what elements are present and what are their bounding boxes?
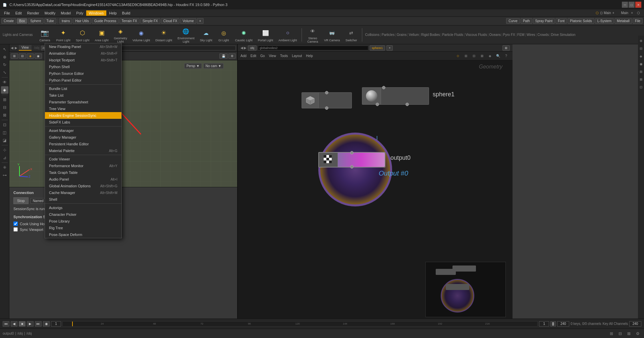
dropdown-audio-panel[interactable]: Audio Panel Alt+I [45,176,121,183]
go-end-btn[interactable]: ⏭ [35,321,42,327]
terrain-fx-btn[interactable]: Terrain FX [119,18,140,24]
ne-icon5[interactable]: ◈ [486,52,494,60]
realtime-btn[interactable]: ◉ [43,321,50,327]
ne-icon7[interactable]: ? [502,52,510,60]
range-start-input[interactable] [539,321,549,327]
dropdown-python-source-editor[interactable]: Python Source Editor [45,70,121,77]
dropdown-tree-view[interactable]: Tree View [45,105,121,112]
dropdown-autorigs[interactable]: Autorigs [45,204,121,211]
ne-add-menu[interactable]: Add [240,54,247,58]
point-light-tool[interactable]: ✦ Point Light [54,27,73,43]
ne-settings-btn[interactable]: ⊞ [502,45,510,51]
menu-render[interactable]: Render [24,10,42,16]
ne-icon3[interactable]: ⊟ [470,52,478,60]
volume-light-tool[interactable]: ◉ Volume Light [130,27,152,43]
menu-help[interactable]: Help [106,10,119,16]
node-canvas[interactable]: Geometry [238,60,513,321]
trains-btn[interactable]: trains [59,18,72,24]
ambient-light-tool[interactable]: ○ Ambient Light [276,27,299,43]
back-btn[interactable]: ◀ [11,46,13,50]
no-cam-btn[interactable]: No cam ▼ [203,63,224,69]
menu-modify[interactable]: Modify [42,10,58,16]
ne-icon6[interactable]: 🔍 [494,52,502,60]
dropdown-rig-tree[interactable]: Rig Tree [45,225,121,231]
hair-utils-btn[interactable]: Hair Utils [73,18,91,24]
dropdown-python-shell[interactable]: Python Shell [45,63,121,70]
sculpt-icon[interactable]: ◫ [1,129,8,136]
dropdown-asset-manager[interactable]: Asset Manager [45,127,121,134]
dropdown-houdini-engine-sessionsync[interactable]: Houdini Engine SessionSync [45,112,121,119]
path-btn[interactable]: Path [521,18,532,24]
sync-viewport-checkbox[interactable] [13,227,18,232]
select-icon[interactable]: ↖ [1,46,8,53]
range-end-input[interactable] [557,321,569,327]
dropdown-pose-library[interactable]: Pose Library [45,218,121,225]
dropdown-shell[interactable]: Shell [45,196,121,203]
dropdown-cache-manager[interactable]: Cache Manager Alt+Shift+M [45,189,121,196]
vp-settings-btn[interactable]: ⚙ [228,53,236,59]
cloud-fx-btn[interactable]: Cloud FX [161,18,180,24]
maximize-button[interactable]: □ [629,2,635,8]
scale-icon[interactable]: ⤡ [1,69,8,76]
spot-light-tool[interactable]: ⬡ Spot Light [74,27,92,43]
view-icon[interactable]: 👁 [1,79,8,86]
vp-r-icon3[interactable]: ◈ [637,52,644,60]
output-node-input-port[interactable] [350,151,354,154]
sphere-node-output-port-r[interactable] [406,103,409,106]
desktop-add-icon[interactable]: + [612,11,614,15]
ne-back-btn[interactable]: ◀ [240,46,243,50]
view-active-icon[interactable]: ◈ [1,86,8,94]
caustic-light-tool[interactable]: ✺ Caustic Light [233,27,255,43]
ne-edit-menu[interactable]: Edit [251,54,256,58]
go-start-btn[interactable]: ⏮ [3,321,9,327]
key-all-channels[interactable]: Key All Channels [602,322,628,326]
ne-icon2[interactable]: ⊞ [462,52,470,60]
main-add-icon[interactable]: + [631,11,633,15]
muscle-icon[interactable]: ⊿ [1,154,8,161]
l-system-btn[interactable]: L-System [595,18,614,24]
portal-light-tool[interactable]: ⬜ Portal Light [256,27,275,43]
stop-btn[interactable]: ■ [19,321,25,327]
sphere-node[interactable]: sphere1 [362,87,429,105]
particle-icon[interactable]: ⁜ [1,164,8,171]
dropdown-take-list[interactable]: Take List [45,92,121,99]
switcher-tool[interactable]: ⇄ Switcher [343,27,359,43]
dropdown-material-palette[interactable]: Material Palette Alt+G [45,147,121,154]
ne-add-tab-btn[interactable]: + [386,45,393,51]
dropdown-hscript-textport[interactable]: Hscript Textport Alt+Shift+T [45,57,121,63]
menu-file[interactable]: File [1,10,13,16]
metaball-btn[interactable]: Metaball [614,18,632,24]
bottom-settings-icon[interactable]: ⚙ [634,330,641,337]
handle-icon[interactable]: ⊞ [1,96,8,103]
stereo-camera-tool[interactable]: 👁 StereoCamera [305,25,321,44]
menu-build[interactable]: Build [119,10,133,16]
create-btn[interactable]: Create [1,18,16,24]
ne-layout-menu[interactable]: Layout [292,54,302,58]
bottom-grid-icon[interactable]: ⊠ [625,330,633,337]
vp-r-icon6[interactable]: ⊠ [637,76,644,83]
playhead-indicator[interactable] [550,321,556,327]
dropdown-python-panel-editor[interactable]: Python Panel Editor [45,77,121,84]
dropdown-persistent-handle-editor[interactable]: Persistent Handle Editor [45,141,121,147]
add-tab-btn[interactable]: + [197,18,204,24]
vp-snap-btn[interactable]: ⊞ [11,53,18,59]
ne-icon1[interactable]: ⊹ [454,52,462,60]
minimize-button[interactable]: ─ [622,2,628,8]
persp-btn[interactable]: Persp ▼ [184,63,202,69]
ne-path-input[interactable]: globalnodes2 [258,46,368,50]
vp-r-icon7[interactable]: ⊡ [637,83,644,91]
vp-grid-btn[interactable]: ⊟ [19,53,26,59]
pose-icon[interactable]: ⊹ [1,146,8,154]
gi-light-tool[interactable]: ◎ GI Light [216,27,232,43]
close-button[interactable]: ✕ [635,2,641,8]
environment-light-tool[interactable]: 🌐 EnvironmentLight [175,25,197,44]
box-node[interactable] [302,92,352,108]
forward-btn[interactable]: ▶ [15,46,17,50]
frame-input[interactable] [51,321,61,327]
sky-light-tool[interactable]: ☁ Sky Light [198,27,214,43]
dropdown-animation-editor[interactable]: Animation Editor Alt+Shift+F [45,50,121,57]
vr-camera-tool[interactable]: 🥽 VR Camera [322,27,342,43]
menu-model[interactable]: Model [58,10,73,16]
box-btn[interactable]: Box [17,18,27,24]
menu-windows[interactable]: Windows [86,10,107,16]
